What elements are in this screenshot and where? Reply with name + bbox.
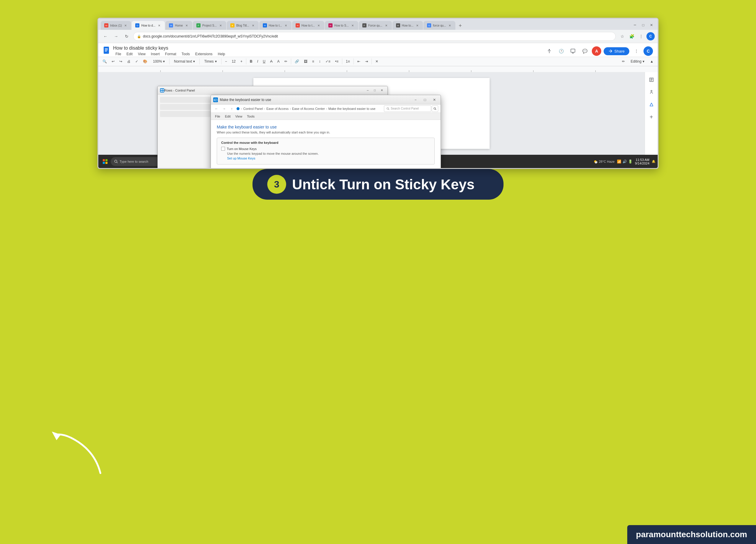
cp-menu-file[interactable]: File bbox=[213, 114, 222, 119]
taskbar-network-icon[interactable]: 📶 bbox=[617, 159, 621, 164]
tab-howto-active[interactable]: D How to d... ✕ bbox=[132, 21, 165, 30]
docs-menu-file[interactable]: File bbox=[113, 51, 123, 57]
address-bar[interactable]: 🔒 docs.google.com/document/d/1nrLPTi6wif… bbox=[133, 32, 616, 41]
docs-menu-edit[interactable]: Edit bbox=[124, 51, 135, 57]
cp-search-box[interactable]: Search Control Panel bbox=[384, 105, 431, 112]
taskbar-volume-icon[interactable]: 🔊 bbox=[623, 159, 627, 164]
back-button[interactable]: ← bbox=[101, 32, 110, 40]
spellcheck-btn[interactable]: ✓ bbox=[133, 58, 140, 64]
docs-menu-insert[interactable]: Insert bbox=[149, 51, 162, 57]
indent-increase-btn[interactable]: ⇥ bbox=[363, 58, 370, 64]
user-avatar-c[interactable]: C bbox=[643, 46, 653, 56]
decrease-font-btn[interactable]: − bbox=[223, 58, 229, 64]
accessibility-icon[interactable] bbox=[545, 46, 554, 56]
taskbar-notification-btn[interactable]: 🔔 bbox=[652, 160, 655, 163]
italic-btn[interactable]: I bbox=[255, 58, 260, 64]
strikethrough-btn[interactable]: A bbox=[268, 58, 274, 64]
tab-close-project[interactable]: ✕ bbox=[219, 23, 223, 27]
close-window-btn[interactable]: ✕ bbox=[648, 22, 655, 29]
version-history-icon[interactable]: 🕐 bbox=[556, 46, 566, 56]
line-spacing-btn[interactable]: ↕ bbox=[317, 58, 322, 64]
bold-btn[interactable]: B bbox=[248, 58, 254, 64]
rows-restore-btn[interactable]: □ bbox=[372, 88, 378, 93]
docs-menu-tools[interactable]: Tools bbox=[179, 51, 192, 57]
tab-project[interactable]: P Project S... ✕ bbox=[193, 21, 226, 30]
tab-forceq[interactable]: G force qu... ✕ bbox=[423, 21, 455, 30]
tab-close-blog[interactable]: ✕ bbox=[251, 23, 255, 27]
cp-maximize-btn[interactable]: □ bbox=[421, 97, 429, 103]
tab-blog[interactable]: B Blog Titl... ✕ bbox=[227, 21, 259, 30]
profile-avatar[interactable]: C bbox=[646, 32, 655, 40]
tab-inbox[interactable]: M Inbox (1) ✕ bbox=[101, 21, 131, 30]
forward-button[interactable]: → bbox=[112, 32, 120, 40]
cp-mouse-keys-label[interactable]: Turn on Mouse Keys bbox=[227, 147, 257, 151]
docs-panel-icon-1[interactable] bbox=[646, 74, 657, 85]
docs-menu-format[interactable]: Format bbox=[163, 51, 179, 57]
tab-close-inbox[interactable]: ✕ bbox=[123, 23, 128, 27]
taskbar-time-display[interactable]: 11:53 AM 9/14/2024 bbox=[635, 158, 649, 165]
comments-icon[interactable]: 💬 bbox=[580, 46, 589, 56]
numbered-list-btn[interactable]: 1≡ bbox=[344, 58, 352, 64]
docs-menu-view[interactable]: View bbox=[136, 51, 148, 57]
editing-dropdown[interactable]: Editing ▾ bbox=[628, 58, 647, 65]
paint-format-btn[interactable]: 🎨 bbox=[141, 58, 149, 64]
tab-howto2[interactable]: H How to t... ✕ bbox=[259, 21, 291, 30]
undo-btn[interactable]: ↩ bbox=[110, 58, 116, 64]
print-btn[interactable]: 🖨 bbox=[125, 58, 132, 64]
tab-howtos[interactable]: H How to S... ✕ bbox=[325, 21, 358, 30]
text-color-btn[interactable]: A bbox=[276, 58, 281, 64]
tab-howto4[interactable]: H How to... ✕ bbox=[392, 21, 423, 30]
link-btn[interactable]: 🔗 bbox=[293, 58, 301, 64]
cp-search-btn[interactable] bbox=[432, 105, 438, 112]
font-dropdown[interactable]: Times ▾ bbox=[201, 58, 219, 65]
underline-btn[interactable]: U bbox=[261, 58, 267, 64]
rows-close-btn[interactable]: ✕ bbox=[379, 88, 385, 93]
maximize-window-btn[interactable]: □ bbox=[639, 22, 647, 29]
zoom-dropdown[interactable]: 100% ▾ bbox=[150, 58, 167, 65]
tab-close-forceq[interactable]: ✕ bbox=[448, 23, 452, 27]
tab-close-howto3[interactable]: ✕ bbox=[317, 23, 321, 27]
taskbar-weather[interactable]: 28°C Haze bbox=[593, 159, 615, 164]
present-icon[interactable] bbox=[568, 46, 578, 56]
expand-icon[interactable]: ▲ bbox=[648, 58, 655, 64]
tab-close-howtos[interactable]: ✕ bbox=[351, 23, 355, 27]
font-size-field[interactable]: 12 bbox=[230, 58, 237, 64]
style-dropdown[interactable]: Normal text ▾ bbox=[171, 58, 198, 65]
tab-close-howto2[interactable]: ✕ bbox=[284, 23, 288, 27]
minimize-window-btn[interactable]: − bbox=[631, 22, 639, 29]
tab-force[interactable]: F Force qu... ✕ bbox=[359, 21, 392, 30]
browser-menu-icon[interactable]: ⋮ bbox=[637, 32, 645, 40]
redo-btn[interactable]: ↪ bbox=[118, 58, 124, 64]
highlight-btn[interactable]: ✏ bbox=[283, 58, 289, 64]
increase-font-btn[interactable]: + bbox=[239, 58, 244, 64]
cp-mouse-keys-checkbox[interactable] bbox=[221, 147, 225, 151]
cp-close-btn[interactable]: ✕ bbox=[431, 97, 438, 103]
clear-format-btn[interactable]: ✕ bbox=[374, 58, 380, 64]
cp-menu-edit[interactable]: Edit bbox=[223, 114, 232, 119]
tab-howto3[interactable]: H How to t... ✕ bbox=[292, 21, 324, 30]
docs-panel-icon-2[interactable] bbox=[646, 87, 657, 97]
search-replace-btn[interactable]: 🔍 bbox=[101, 58, 109, 64]
cp-mouse-keys-link[interactable]: Set up Mouse Keys bbox=[227, 157, 430, 160]
docs-panel-plus-icon[interactable]: + bbox=[646, 112, 657, 122]
docs-menu-extensions[interactable]: Extensions bbox=[193, 51, 215, 57]
cp-up-btn[interactable]: ↑ bbox=[229, 105, 235, 112]
rows-minimize-btn[interactable]: − bbox=[364, 88, 371, 93]
cp-menu-tools[interactable]: Tools bbox=[245, 114, 256, 119]
taskbar-start-btn[interactable] bbox=[101, 157, 110, 166]
tab-close-howto4[interactable]: ✕ bbox=[415, 23, 419, 27]
cp-back-btn[interactable]: ← bbox=[213, 105, 220, 112]
tab-close-home[interactable]: ✕ bbox=[185, 23, 189, 27]
cp-forward-btn[interactable]: → bbox=[221, 105, 227, 112]
cp-minimize-btn[interactable]: − bbox=[412, 97, 419, 103]
tab-close-active[interactable]: ✕ bbox=[157, 23, 161, 27]
bullet-list-btn[interactable]: •≡ bbox=[333, 58, 340, 64]
tab-home[interactable]: H Home ✕ bbox=[165, 21, 192, 30]
refresh-button[interactable]: ↻ bbox=[123, 32, 131, 40]
new-tab-button[interactable]: + bbox=[456, 22, 464, 30]
checklist-btn[interactable]: ✓≡ bbox=[324, 58, 332, 64]
user-avatar-a[interactable]: A bbox=[592, 46, 601, 56]
taskbar-battery-icon[interactable]: 🔋 bbox=[628, 159, 633, 164]
tab-close-force[interactable]: ✕ bbox=[384, 23, 388, 27]
extensions-icon[interactable]: 🧩 bbox=[628, 32, 636, 40]
